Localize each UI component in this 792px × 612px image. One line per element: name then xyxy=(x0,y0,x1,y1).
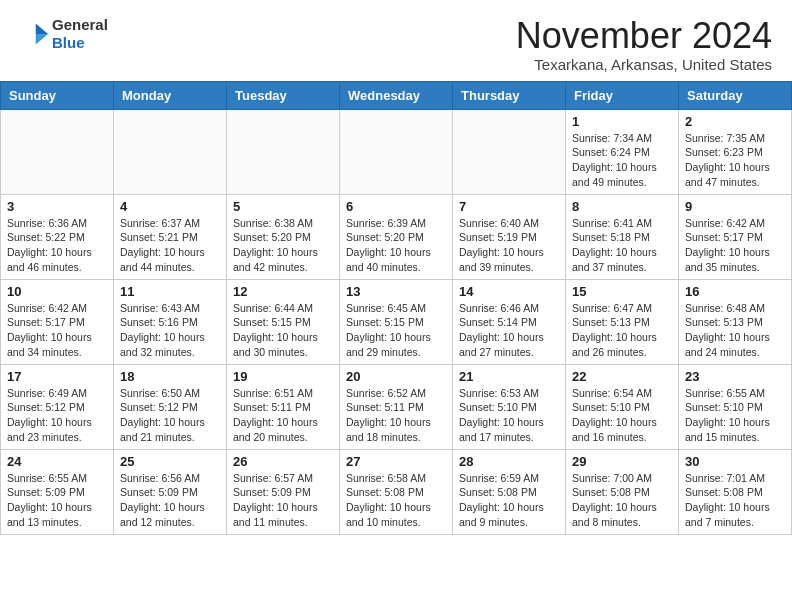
day-number: 4 xyxy=(120,199,220,214)
day-number: 28 xyxy=(459,454,559,469)
svg-marker-2 xyxy=(36,34,48,45)
day-number: 24 xyxy=(7,454,107,469)
day-number: 23 xyxy=(685,369,785,384)
day-detail: Sunrise: 6:41 AM Sunset: 5:18 PM Dayligh… xyxy=(572,216,672,275)
calendar-cell: 19Sunrise: 6:51 AM Sunset: 5:11 PM Dayli… xyxy=(227,364,340,449)
header-monday: Monday xyxy=(114,81,227,109)
calendar-cell: 8Sunrise: 6:41 AM Sunset: 5:18 PM Daylig… xyxy=(566,194,679,279)
day-detail: Sunrise: 6:37 AM Sunset: 5:21 PM Dayligh… xyxy=(120,216,220,275)
calendar-cell: 5Sunrise: 6:38 AM Sunset: 5:20 PM Daylig… xyxy=(227,194,340,279)
calendar-cell: 6Sunrise: 6:39 AM Sunset: 5:20 PM Daylig… xyxy=(340,194,453,279)
calendar-cell: 9Sunrise: 6:42 AM Sunset: 5:17 PM Daylig… xyxy=(679,194,792,279)
calendar-cell: 29Sunrise: 7:00 AM Sunset: 5:08 PM Dayli… xyxy=(566,449,679,534)
calendar-cell: 30Sunrise: 7:01 AM Sunset: 5:08 PM Dayli… xyxy=(679,449,792,534)
svg-marker-1 xyxy=(36,24,48,35)
calendar-cell: 2Sunrise: 7:35 AM Sunset: 6:23 PM Daylig… xyxy=(679,109,792,194)
header-saturday: Saturday xyxy=(679,81,792,109)
day-detail: Sunrise: 6:55 AM Sunset: 5:10 PM Dayligh… xyxy=(685,386,785,445)
calendar-cell xyxy=(453,109,566,194)
calendar-cell xyxy=(114,109,227,194)
calendar-cell: 18Sunrise: 6:50 AM Sunset: 5:12 PM Dayli… xyxy=(114,364,227,449)
calendar-cell: 23Sunrise: 6:55 AM Sunset: 5:10 PM Dayli… xyxy=(679,364,792,449)
day-number: 19 xyxy=(233,369,333,384)
day-detail: Sunrise: 6:50 AM Sunset: 5:12 PM Dayligh… xyxy=(120,386,220,445)
day-number: 12 xyxy=(233,284,333,299)
weekday-header-row: Sunday Monday Tuesday Wednesday Thursday… xyxy=(1,81,792,109)
calendar-week-4: 24Sunrise: 6:55 AM Sunset: 5:09 PM Dayli… xyxy=(1,449,792,534)
calendar-cell: 11Sunrise: 6:43 AM Sunset: 5:16 PM Dayli… xyxy=(114,279,227,364)
header-wednesday: Wednesday xyxy=(340,81,453,109)
header-tuesday: Tuesday xyxy=(227,81,340,109)
calendar-cell: 4Sunrise: 6:37 AM Sunset: 5:21 PM Daylig… xyxy=(114,194,227,279)
day-number: 14 xyxy=(459,284,559,299)
day-number: 13 xyxy=(346,284,446,299)
day-detail: Sunrise: 6:47 AM Sunset: 5:13 PM Dayligh… xyxy=(572,301,672,360)
calendar-week-1: 3Sunrise: 6:36 AM Sunset: 5:22 PM Daylig… xyxy=(1,194,792,279)
calendar-cell xyxy=(1,109,114,194)
day-detail: Sunrise: 6:40 AM Sunset: 5:19 PM Dayligh… xyxy=(459,216,559,275)
day-number: 8 xyxy=(572,199,672,214)
day-detail: Sunrise: 6:56 AM Sunset: 5:09 PM Dayligh… xyxy=(120,471,220,530)
day-number: 11 xyxy=(120,284,220,299)
day-detail: Sunrise: 6:59 AM Sunset: 5:08 PM Dayligh… xyxy=(459,471,559,530)
day-number: 18 xyxy=(120,369,220,384)
day-detail: Sunrise: 6:57 AM Sunset: 5:09 PM Dayligh… xyxy=(233,471,333,530)
page-header: General Blue November 2024 Texarkana, Ar… xyxy=(0,0,792,81)
day-detail: Sunrise: 6:51 AM Sunset: 5:11 PM Dayligh… xyxy=(233,386,333,445)
header-sunday: Sunday xyxy=(1,81,114,109)
calendar-cell: 21Sunrise: 6:53 AM Sunset: 5:10 PM Dayli… xyxy=(453,364,566,449)
day-detail: Sunrise: 6:53 AM Sunset: 5:10 PM Dayligh… xyxy=(459,386,559,445)
day-detail: Sunrise: 6:39 AM Sunset: 5:20 PM Dayligh… xyxy=(346,216,446,275)
calendar-wrapper: Sunday Monday Tuesday Wednesday Thursday… xyxy=(0,81,792,545)
logo-text: General Blue xyxy=(52,16,108,52)
calendar-cell: 26Sunrise: 6:57 AM Sunset: 5:09 PM Dayli… xyxy=(227,449,340,534)
logo-blue: Blue xyxy=(52,34,108,52)
day-detail: Sunrise: 6:38 AM Sunset: 5:20 PM Dayligh… xyxy=(233,216,333,275)
calendar-cell: 14Sunrise: 6:46 AM Sunset: 5:14 PM Dayli… xyxy=(453,279,566,364)
day-number: 29 xyxy=(572,454,672,469)
day-detail: Sunrise: 6:45 AM Sunset: 5:15 PM Dayligh… xyxy=(346,301,446,360)
calendar-cell: 13Sunrise: 6:45 AM Sunset: 5:15 PM Dayli… xyxy=(340,279,453,364)
day-number: 17 xyxy=(7,369,107,384)
day-detail: Sunrise: 6:42 AM Sunset: 5:17 PM Dayligh… xyxy=(7,301,107,360)
calendar-week-3: 17Sunrise: 6:49 AM Sunset: 5:12 PM Dayli… xyxy=(1,364,792,449)
calendar-cell: 15Sunrise: 6:47 AM Sunset: 5:13 PM Dayli… xyxy=(566,279,679,364)
calendar-cell: 28Sunrise: 6:59 AM Sunset: 5:08 PM Dayli… xyxy=(453,449,566,534)
day-number: 21 xyxy=(459,369,559,384)
day-detail: Sunrise: 7:00 AM Sunset: 5:08 PM Dayligh… xyxy=(572,471,672,530)
calendar-cell: 7Sunrise: 6:40 AM Sunset: 5:19 PM Daylig… xyxy=(453,194,566,279)
header-thursday: Thursday xyxy=(453,81,566,109)
day-number: 3 xyxy=(7,199,107,214)
day-number: 15 xyxy=(572,284,672,299)
day-detail: Sunrise: 6:49 AM Sunset: 5:12 PM Dayligh… xyxy=(7,386,107,445)
calendar-body: 1Sunrise: 7:34 AM Sunset: 6:24 PM Daylig… xyxy=(1,109,792,534)
day-number: 2 xyxy=(685,114,785,129)
calendar-cell: 3Sunrise: 6:36 AM Sunset: 5:22 PM Daylig… xyxy=(1,194,114,279)
calendar-cell: 27Sunrise: 6:58 AM Sunset: 5:08 PM Dayli… xyxy=(340,449,453,534)
calendar-cell: 10Sunrise: 6:42 AM Sunset: 5:17 PM Dayli… xyxy=(1,279,114,364)
day-detail: Sunrise: 6:48 AM Sunset: 5:13 PM Dayligh… xyxy=(685,301,785,360)
calendar-cell: 12Sunrise: 6:44 AM Sunset: 5:15 PM Dayli… xyxy=(227,279,340,364)
day-detail: Sunrise: 7:34 AM Sunset: 6:24 PM Dayligh… xyxy=(572,131,672,190)
calendar-cell: 1Sunrise: 7:34 AM Sunset: 6:24 PM Daylig… xyxy=(566,109,679,194)
day-number: 26 xyxy=(233,454,333,469)
day-number: 7 xyxy=(459,199,559,214)
day-number: 25 xyxy=(120,454,220,469)
logo: General Blue xyxy=(20,16,108,52)
calendar-cell: 24Sunrise: 6:55 AM Sunset: 5:09 PM Dayli… xyxy=(1,449,114,534)
day-number: 1 xyxy=(572,114,672,129)
calendar-week-0: 1Sunrise: 7:34 AM Sunset: 6:24 PM Daylig… xyxy=(1,109,792,194)
day-detail: Sunrise: 6:43 AM Sunset: 5:16 PM Dayligh… xyxy=(120,301,220,360)
calendar-cell: 16Sunrise: 6:48 AM Sunset: 5:13 PM Dayli… xyxy=(679,279,792,364)
calendar-week-2: 10Sunrise: 6:42 AM Sunset: 5:17 PM Dayli… xyxy=(1,279,792,364)
day-number: 16 xyxy=(685,284,785,299)
calendar-cell: 20Sunrise: 6:52 AM Sunset: 5:11 PM Dayli… xyxy=(340,364,453,449)
day-number: 10 xyxy=(7,284,107,299)
month-title: November 2024 xyxy=(516,16,772,56)
calendar-table: Sunday Monday Tuesday Wednesday Thursday… xyxy=(0,81,792,535)
title-block: November 2024 Texarkana, Arkansas, Unite… xyxy=(516,16,772,73)
day-detail: Sunrise: 6:36 AM Sunset: 5:22 PM Dayligh… xyxy=(7,216,107,275)
calendar-cell: 22Sunrise: 6:54 AM Sunset: 5:10 PM Dayli… xyxy=(566,364,679,449)
calendar-cell xyxy=(227,109,340,194)
day-detail: Sunrise: 6:55 AM Sunset: 5:09 PM Dayligh… xyxy=(7,471,107,530)
